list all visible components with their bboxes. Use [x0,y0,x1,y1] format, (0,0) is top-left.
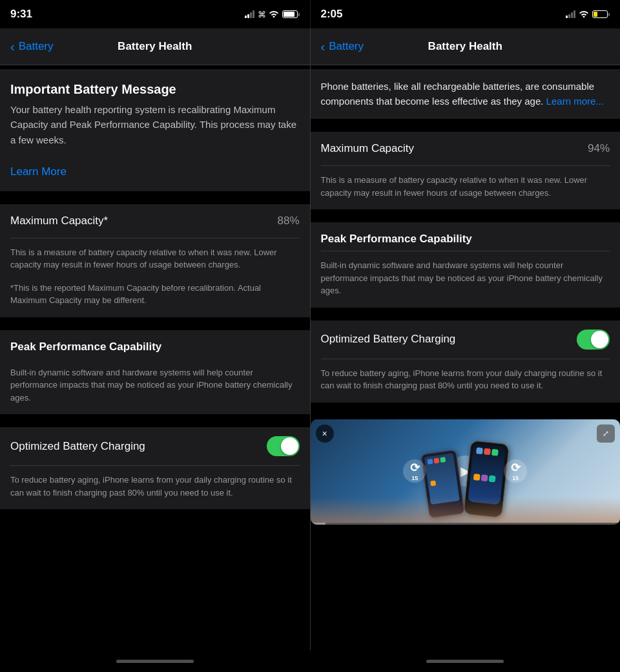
intro-section: Phone batteries, like all rechargeable b… [311,69,621,119]
right-peak-performance-desc: Built-in dynamic software and hardware s… [311,251,621,308]
right-max-capacity-section: Maximum Capacity 94% This is a measure o… [311,132,621,209]
right-battery-fill [594,12,597,17]
right-peak-performance-section: Peak Performance Capability Built-in dyn… [311,222,621,308]
optimized-charging-section: Optimized Battery Charging To reduce bat… [0,427,310,509]
peak-performance-section: Peak Performance Capability Built-in dyn… [0,330,310,415]
signal-bar-r2 [568,14,570,18]
right-panel: Phone batteries, like all rechargeable b… [311,65,621,650]
left-home-indicator [0,650,310,672]
spacer-2 [0,321,310,326]
max-capacity-label: Maximum Capacity* [10,215,108,227]
video-expand-icon: ⤢ [603,429,609,438]
right-status-bar: 2:05 [311,0,621,28]
left-nav-bar: ‹ Battery Battery Health [0,28,311,65]
nav-bars: ‹ Battery Battery Health ‹ Battery Batte… [0,28,620,65]
intro-text: Phone batteries, like all rechargeable b… [311,69,621,119]
video-container: × ⤢ ⟳ 15 ▶ ⟳ 15 [311,419,621,525]
hands-overlay [311,497,621,523]
right-max-capacity-value: 94% [588,142,610,155]
right-time: 2:05 [321,8,343,21]
right-wifi-icon [579,8,589,20]
optimized-charging-label: Optimized Battery Charging [10,440,145,453]
right-optimized-charging-section: Optimized Battery Charging To reduce bat… [311,320,621,403]
max-capacity-row: Maximum Capacity* 88% [0,204,310,238]
signal-bar-r4 [574,10,575,18]
video-progress-bar[interactable] [311,523,621,525]
left-back-chevron-icon: ‹ [10,40,15,53]
rewind-left-label: 15 [411,475,418,481]
rewind-right-icon: ⟳ [511,461,521,475]
signal-bar-2 [247,14,249,18]
spacer-r1 [311,123,621,128]
optimized-charging-desc: To reduce battery aging, iPhone learns f… [0,466,310,509]
spacer-1 [0,195,310,200]
peak-performance-title: Peak Performance Capability [0,330,310,359]
important-message-title: Important Battery Message [0,69,310,102]
spacer-r3 [311,311,621,317]
peak-performance-desc: Built-in dynamic software and hardware s… [0,359,310,415]
spacer-r4 [311,406,621,412]
max-capacity-section: Maximum Capacity* 88% This is a measure … [0,204,310,317]
right-optimized-charging-desc: To reduce battery aging, iPhone learns f… [311,359,621,403]
signal-bar-r3 [571,12,573,18]
right-back-button[interactable]: ‹ Battery [321,40,364,53]
left-status-icons: ⌘ [245,10,300,19]
signal-bar-3 [250,12,252,18]
right-nav-title: Battery Health [428,40,502,53]
intro-learn-more[interactable]: Learn more... [546,96,604,107]
video-progress-fill [311,523,326,525]
main-content: Important Battery Message Your battery h… [0,65,620,650]
video-expand-button[interactable]: ⤢ [597,425,615,443]
left-battery-tip [298,13,300,16]
left-battery-icon [282,10,300,18]
spacer-r2 [311,213,621,218]
right-status-icons [566,8,610,20]
right-max-capacity-row: Maximum Capacity 94% [311,132,621,165]
optimized-charging-toggle[interactable] [267,436,300,456]
rewind-right-button[interactable]: ⟳ 15 [504,459,527,483]
right-battery-icon [592,10,610,18]
right-optimized-charging-row: Optimized Battery Charging [311,320,621,359]
learn-more-button[interactable]: Learn More [0,158,310,191]
video-thumbnail: × ⤢ ⟳ 15 ▶ ⟳ 15 [311,419,621,523]
home-indicators [0,650,620,672]
optimized-charging-row: Optimized Battery Charging [0,427,310,465]
important-message-section: Important Battery Message Your battery h… [0,69,310,191]
signal-bar-r1 [566,16,568,18]
left-panel: Important Battery Message Your battery h… [0,65,311,650]
max-capacity-value: 88% [277,215,299,227]
right-battery-tip [608,13,610,16]
right-toggle-knob [591,331,608,348]
right-home-indicator [310,650,620,672]
left-time: 9:31 [10,8,32,21]
important-message-body: Your battery health reporting system is … [0,102,310,158]
left-back-button[interactable]: ‹ Battery [10,40,54,53]
status-bars: 9:31 ⌘ 2:05 [0,0,620,28]
right-peak-performance-title: Peak Performance Capability [311,222,621,251]
left-nav-title: Battery Health [118,40,192,53]
rewind-left-icon: ⟳ [410,461,420,475]
spacer-3 [0,418,310,423]
right-back-label: Battery [329,40,364,53]
signal-bar-4 [253,10,254,18]
video-close-icon: × [322,428,327,439]
left-battery-fill [284,12,294,17]
right-home-bar [426,660,504,663]
right-nav-bar: ‹ Battery Battery Health [311,28,621,65]
right-optimized-charging-label: Optimized Battery Charging [321,333,456,346]
video-close-button[interactable]: × [316,425,334,443]
toggle-knob [281,437,298,455]
signal-bar-1 [245,16,247,18]
left-signal [245,10,254,18]
max-capacity-desc: This is a measure of battery capacity re… [0,238,310,282]
left-back-label: Battery [19,40,54,53]
left-wifi-icon: ⌘ [258,10,279,19]
max-capacity-note: *This is the reported Maximum Capacity b… [0,282,310,317]
rewind-left-button[interactable]: ⟳ 15 [403,459,426,483]
right-max-capacity-label: Maximum Capacity [321,142,415,155]
left-status-bar: 9:31 ⌘ [0,0,311,28]
right-back-chevron-icon: ‹ [321,40,326,53]
right-optimized-charging-toggle[interactable] [577,330,610,350]
rewind-right-label: 15 [512,475,519,481]
right-max-capacity-desc: This is a measure of battery capacity re… [311,166,621,209]
